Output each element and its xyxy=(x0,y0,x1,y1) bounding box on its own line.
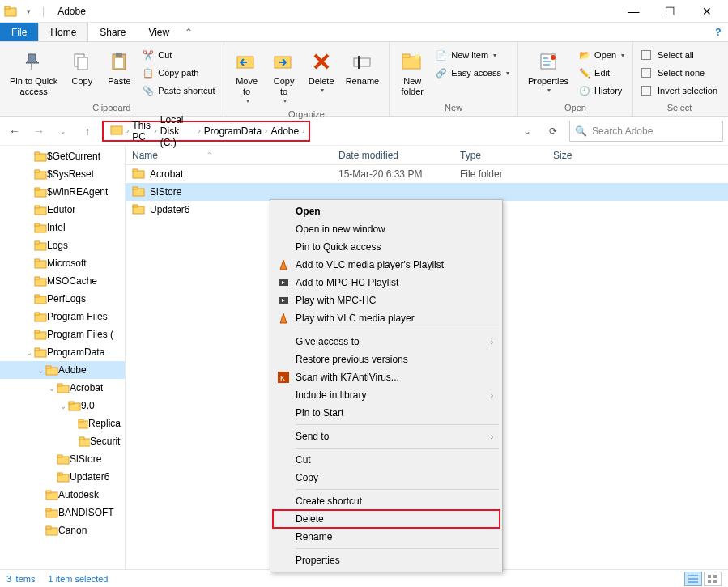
tab-home[interactable]: Home xyxy=(38,23,88,41)
breadcrumb-item[interactable]: ProgramData xyxy=(201,125,265,137)
tree-item[interactable]: Updater6 xyxy=(0,468,125,486)
group-label-new: New xyxy=(394,101,513,114)
menu-item[interactable]: Open in new window xyxy=(273,220,500,238)
breadcrumb-item[interactable]: This PC xyxy=(129,120,154,142)
expand-icon[interactable]: ⌄ xyxy=(58,402,68,410)
new-folder-button[interactable]: New folder xyxy=(394,45,430,100)
history-button[interactable]: 🕘History xyxy=(575,83,628,99)
menu-item[interactable]: Add to MPC-HC Playlist xyxy=(273,274,500,291)
menu-item[interactable]: Create shortcut xyxy=(273,492,500,510)
paste-shortcut-button[interactable]: 📎Paste shortcut xyxy=(138,83,218,99)
easy-access-button[interactable]: 🔗Easy access▾ xyxy=(432,65,513,81)
tree-item[interactable]: Logs xyxy=(0,236,125,254)
open-button[interactable]: 📂Open▾ xyxy=(575,47,628,63)
pin-to-quick-access-button[interactable]: Pin to Quick access xyxy=(5,45,62,100)
tree-item[interactable]: MSOCache xyxy=(0,272,125,290)
minimize-button[interactable]: — xyxy=(615,0,652,23)
tab-share[interactable]: Share xyxy=(88,23,137,41)
up-button[interactable]: ↑ xyxy=(78,121,97,141)
menu-item[interactable]: Cut xyxy=(273,451,500,469)
copy-path-button[interactable]: 📋Copy path xyxy=(138,65,218,81)
large-icons-view-button[interactable] xyxy=(704,572,722,586)
menu-item[interactable]: Copy xyxy=(273,469,500,487)
menu-item[interactable]: Properties xyxy=(273,551,500,569)
tree-item[interactable]: Replicate xyxy=(0,415,125,432)
breadcrumb-dropdown-icon[interactable]: ⌄ xyxy=(517,125,537,137)
tree-item[interactable]: SlStore xyxy=(0,450,125,468)
close-button[interactable]: ✕ xyxy=(688,0,725,23)
tab-file[interactable]: File xyxy=(0,23,38,41)
menu-item[interactable]: Give access to› xyxy=(273,333,500,351)
edit-button[interactable]: ✏️Edit xyxy=(575,65,628,81)
select-all-button[interactable]: Select all xyxy=(638,47,721,63)
column-header-type[interactable]: Type xyxy=(453,150,547,161)
copy-button[interactable]: Copy xyxy=(64,45,100,90)
tree-item[interactable]: Intel xyxy=(0,219,125,236)
cut-button[interactable]: ✂️Cut xyxy=(138,47,218,63)
menu-item[interactable]: Open xyxy=(273,202,500,220)
menu-item[interactable]: Rename xyxy=(273,528,500,546)
svg-rect-16 xyxy=(111,126,122,134)
recent-locations-button[interactable]: ⌄ xyxy=(53,121,73,141)
menu-item[interactable]: Play with MPC-HC xyxy=(273,291,500,309)
menu-item[interactable]: Include in library› xyxy=(273,386,500,404)
forward-button[interactable]: → xyxy=(29,121,49,141)
select-none-button[interactable]: Select none xyxy=(638,65,721,81)
copy-to-button[interactable]: Copy to▾ xyxy=(266,45,302,108)
breadcrumb[interactable]: › This PC › Local Disk (C:) › ProgramDat… xyxy=(102,121,310,142)
tree-item[interactable]: Autodesk xyxy=(0,486,125,504)
refresh-button[interactable]: ⟳ xyxy=(542,121,564,142)
tree-item[interactable]: $SysReset xyxy=(0,165,125,183)
navigation-pane[interactable]: $GetCurrent$SysReset$WinREAgentEdutorInt… xyxy=(0,146,126,569)
menu-item[interactable]: Pin to Start xyxy=(273,404,500,422)
column-header-size[interactable]: Size xyxy=(547,150,611,161)
breadcrumb-item[interactable]: Adobe xyxy=(267,125,302,137)
tree-item[interactable]: Program Files ( xyxy=(0,325,125,343)
tree-item[interactable]: Program Files xyxy=(0,308,125,325)
help-icon[interactable]: ? xyxy=(709,23,728,41)
tree-item[interactable]: ⌄Acrobat xyxy=(0,379,125,397)
tree-item[interactable]: Edutor xyxy=(0,201,125,219)
invert-selection-button[interactable]: Invert selection xyxy=(638,83,721,99)
menu-item[interactable]: Send to› xyxy=(273,427,500,445)
paste-button[interactable]: Paste xyxy=(101,45,137,90)
tree-item-label: Edutor xyxy=(47,204,75,215)
rename-button[interactable]: Rename xyxy=(341,45,385,90)
collapse-ribbon-icon[interactable]: ⌃ xyxy=(181,23,197,41)
tree-item[interactable]: Security xyxy=(0,432,125,450)
column-header-name[interactable]: Name⌃ xyxy=(126,150,332,161)
menu-item[interactable]: Play with VLC media player xyxy=(273,309,500,327)
file-row[interactable]: Acrobat15-Mar-20 6:33 PMFile folder xyxy=(126,165,728,183)
back-button[interactable]: ← xyxy=(5,121,24,141)
tree-item[interactable]: $WinREAgent xyxy=(0,183,125,201)
tree-item[interactable]: PerfLogs xyxy=(0,290,125,308)
menu-item[interactable]: Restore previous versions xyxy=(273,351,500,368)
menu-item[interactable]: Pin to Quick access xyxy=(273,238,500,256)
breadcrumb-item[interactable]: Local Disk (C:) xyxy=(157,114,198,148)
tree-item[interactable]: ⌄9.0 xyxy=(0,397,125,415)
menu-item[interactable]: Add to VLC media player's Playlist xyxy=(273,256,500,274)
menu-item[interactable]: Delete xyxy=(273,510,500,528)
file-row[interactable]: SlStore xyxy=(126,183,728,201)
delete-button[interactable]: Delete▾ xyxy=(304,45,339,97)
tab-view[interactable]: View xyxy=(137,23,181,41)
maximize-button[interactable]: ☐ xyxy=(652,0,688,23)
tree-item[interactable]: Canon xyxy=(0,521,125,539)
properties-button[interactable]: Properties▾ xyxy=(523,45,573,97)
move-to-button[interactable]: Move to▾ xyxy=(229,45,265,108)
tree-item[interactable]: BANDISOFT xyxy=(0,504,125,521)
tree-item[interactable]: Microsoft xyxy=(0,254,125,272)
tree-item[interactable]: $GetCurrent xyxy=(0,147,125,165)
details-view-button[interactable] xyxy=(684,572,702,586)
chevron-right-icon[interactable]: › xyxy=(302,126,304,135)
expand-icon[interactable]: ⌄ xyxy=(47,384,57,393)
tree-item[interactable]: ⌄Adobe xyxy=(0,361,125,379)
search-input[interactable]: 🔍 Search Adobe xyxy=(569,121,723,142)
qat-customize-icon[interactable]: ▾ xyxy=(21,4,36,19)
menu-item[interactable]: KScan with K7AntiVirus... xyxy=(273,368,500,386)
expand-icon[interactable]: ⌄ xyxy=(24,348,34,357)
expand-icon[interactable]: ⌄ xyxy=(36,366,45,375)
column-header-date[interactable]: Date modified xyxy=(332,150,453,161)
tree-item[interactable]: ⌄ProgramData xyxy=(0,343,125,361)
new-item-button[interactable]: 📄New item▾ xyxy=(432,47,513,63)
